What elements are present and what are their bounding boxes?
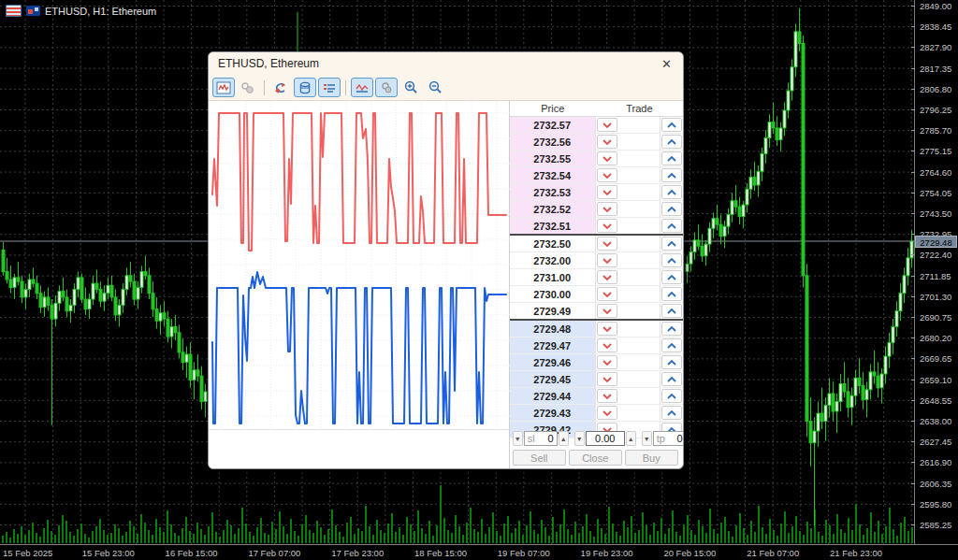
grouped-quotes-button[interactable] xyxy=(375,78,398,97)
trade-volume-cell xyxy=(618,321,660,337)
sell-at-price-button[interactable] xyxy=(597,322,617,336)
dialog-titlebar[interactable]: ETHUSD, Ethereum ✕ xyxy=(209,52,683,75)
buy-at-price-button[interactable] xyxy=(661,287,682,301)
price-tick xyxy=(911,109,915,110)
buy-at-price-button[interactable] xyxy=(661,355,682,369)
orders-list-button[interactable] xyxy=(318,78,341,97)
sell-at-price-button[interactable] xyxy=(597,185,617,199)
time-axis-label: 15 Feb 23:00 xyxy=(82,548,135,558)
dom-price: 2729.45 xyxy=(510,371,596,387)
dom-price: 2729.44 xyxy=(510,388,596,404)
price-axis-label: 2690.75 xyxy=(920,312,951,323)
sell-at-price-button[interactable] xyxy=(597,270,617,284)
sell-at-price-button[interactable] xyxy=(597,389,617,403)
volume-decrease-button[interactable]: ▼ xyxy=(574,431,585,446)
price-tick xyxy=(911,296,915,297)
sell-at-price-button[interactable] xyxy=(597,135,617,149)
one-click-trading-button[interactable] xyxy=(237,78,259,97)
sell-at-price-button[interactable] xyxy=(597,202,617,216)
buy-at-price-button[interactable] xyxy=(661,168,682,182)
sl-decrease-button[interactable]: ▼ xyxy=(513,431,523,446)
price-axis-label: 2648.55 xyxy=(920,395,951,406)
price-column-header: Price xyxy=(510,103,596,114)
price-axis[interactable]: 2849.002838.452827.902817.352806.802796.… xyxy=(915,0,958,544)
sell-at-price-button[interactable] xyxy=(597,287,617,301)
price-axis-label: 2796.25 xyxy=(920,105,951,115)
buy-at-price-button[interactable] xyxy=(661,406,682,420)
sl-increase-button[interactable]: ▲ xyxy=(559,431,569,446)
dom-price: 2731.00 xyxy=(510,269,596,285)
buy-button[interactable]: Buy xyxy=(625,450,678,466)
tick-chart-view-button[interactable] xyxy=(212,78,235,97)
volume-increase-button[interactable]: ▲ xyxy=(626,431,636,446)
dom-price: 2730.00 xyxy=(510,286,596,302)
trade-volume-cell xyxy=(618,354,660,370)
time-axis[interactable]: 15 Feb 202515 Feb 23:0016 Feb 15:0017 Fe… xyxy=(0,544,958,560)
buy-at-price-button[interactable] xyxy=(661,270,682,284)
dom-price: 2732.50 xyxy=(510,236,596,251)
sell-at-price-button[interactable] xyxy=(597,372,617,386)
sell-button[interactable]: Sell xyxy=(513,450,566,466)
price-axis-label: 2627.45 xyxy=(920,437,951,447)
buy-at-price-button[interactable] xyxy=(661,389,682,403)
buy-at-price-button[interactable] xyxy=(661,338,682,352)
current-price-badge: 2729.48 xyxy=(915,236,957,248)
dom-row: 2729.49 xyxy=(510,303,683,321)
buy-at-price-button[interactable] xyxy=(661,202,682,216)
buy-at-price-button[interactable] xyxy=(661,185,682,199)
price-axis-label: 2754.05 xyxy=(920,188,951,198)
trade-volume-cell xyxy=(618,388,660,404)
sell-at-price-button[interactable] xyxy=(597,237,617,251)
buy-at-price-button[interactable] xyxy=(661,219,682,233)
buy-at-price-button[interactable] xyxy=(661,304,682,318)
take-profit-field[interactable]: tp 0 xyxy=(653,431,684,446)
buy-at-price-button[interactable] xyxy=(661,135,682,149)
dom-rows: 2732.572732.562732.552732.542732.532732.… xyxy=(510,117,683,438)
sell-at-price-button[interactable] xyxy=(597,151,617,165)
price-tick xyxy=(911,151,915,151)
volume-field[interactable]: 0.00 xyxy=(586,431,625,446)
price-axis-label: 2701.30 xyxy=(920,292,951,302)
zoom-in-button[interactable] xyxy=(399,78,422,97)
sell-at-price-button[interactable] xyxy=(597,168,617,182)
price-tick xyxy=(911,6,915,7)
price-axis-label: 2764.60 xyxy=(920,167,951,178)
zoom-out-button[interactable] xyxy=(424,78,446,97)
buy-at-price-button[interactable] xyxy=(661,372,682,386)
dom-row: 2732.55 xyxy=(510,151,683,167)
sell-at-price-button[interactable] xyxy=(597,338,617,352)
trade-volume-cell xyxy=(618,134,660,150)
buy-at-price-button[interactable] xyxy=(661,322,682,336)
dialog-toolbar xyxy=(209,75,683,101)
price-axis-label: 2849.00 xyxy=(920,1,951,11)
close-button[interactable]: Close xyxy=(569,450,622,466)
tp-label: tp xyxy=(657,433,665,444)
dom-price: 2732.54 xyxy=(510,167,596,183)
buy-at-price-button[interactable] xyxy=(661,237,682,251)
price-axis-label: 2722.40 xyxy=(920,250,951,260)
redraw-button[interactable] xyxy=(269,78,292,97)
dom-row: 2731.00 xyxy=(510,269,683,286)
trade-volume-cell xyxy=(618,269,660,285)
sell-at-price-button[interactable] xyxy=(597,219,617,233)
sell-at-price-button[interactable] xyxy=(597,304,617,318)
sl-value: 0 xyxy=(538,433,554,444)
time-axis-label: 15 Feb 2025 xyxy=(3,548,52,558)
sell-at-price-button[interactable] xyxy=(597,118,617,132)
sell-at-price-button[interactable] xyxy=(597,253,617,267)
volume-value: 0.00 xyxy=(589,433,621,444)
price-lines-button[interactable] xyxy=(351,78,373,97)
time-axis-label: 17 Feb 23:00 xyxy=(331,548,384,558)
sell-at-price-button[interactable] xyxy=(597,406,617,420)
sell-at-price-button[interactable] xyxy=(597,355,617,369)
price-tick xyxy=(911,68,915,69)
stop-loss-field[interactable]: sl 0 xyxy=(524,431,558,446)
trade-volume-cell xyxy=(618,236,660,251)
dom-dialog-window: ETHUSD, Ethereum ✕ xyxy=(208,51,684,469)
depth-of-market-button[interactable] xyxy=(294,78,316,97)
buy-at-price-button[interactable] xyxy=(661,253,682,267)
close-icon[interactable]: ✕ xyxy=(660,57,674,71)
tp-decrease-button[interactable]: ▼ xyxy=(642,431,652,446)
buy-at-price-button[interactable] xyxy=(661,151,682,165)
buy-at-price-button[interactable] xyxy=(661,118,682,132)
